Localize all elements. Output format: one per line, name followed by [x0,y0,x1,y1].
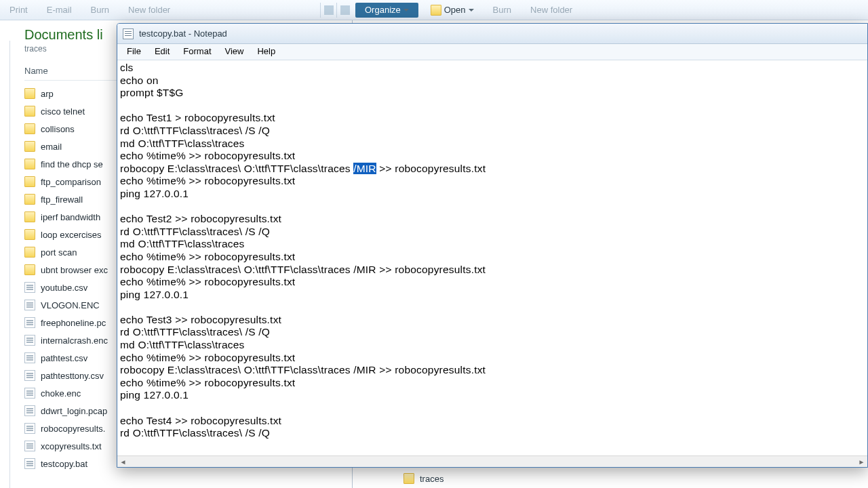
folder-icon [24,194,35,205]
file-name: VLOGON.ENC [41,300,100,310]
folder-icon [24,247,35,258]
file-name: collisons [41,124,75,134]
menu-edit[interactable]: Edit [148,44,176,60]
enc-icon [24,335,35,346]
file-name: ftp_firewall [41,195,83,205]
burn-button-right[interactable]: Burn [484,0,521,20]
view-icon [324,5,334,15]
file-name: loop excercises [41,230,102,240]
new-folder-button[interactable]: New folder [119,0,180,20]
file-name: find the dhcp se [41,159,103,169]
file-name: ddwrt_login.pcap [41,406,107,416]
bat-icon [24,458,35,469]
file-name: youtube.csv [41,283,87,293]
notepad-text-area[interactable]: cls echo on prompt $T$G echo Test1 > rob… [117,60,867,455]
file-name: pathtest.csv [41,353,87,363]
open-button[interactable]: Open [421,0,484,20]
menu-file[interactable]: File [120,44,148,60]
folder-icon [24,159,35,169]
file-name: arp [41,89,54,99]
pcap-icon [24,405,35,416]
folder-icon [24,123,35,134]
file-name: robocopyresults. [41,424,105,434]
right-folder-label: traces [420,474,443,484]
pcap-icon [24,317,35,328]
notepad-title: testcopy.bat - Notepad [139,28,227,39]
folder-icon [24,106,35,117]
notepad-icon [123,28,134,39]
folder-icon [431,5,441,16]
view-mode-dropdown[interactable] [320,3,336,18]
explorer-left-toolbar: Print E-mail Burn New folder [0,0,353,20]
email-button[interactable]: E-mail [37,0,81,20]
right-folder-hint[interactable]: traces [403,469,443,488]
file-name: iperf bandwidth [41,212,100,222]
scroll-right-arrow-icon[interactable]: ► [856,456,867,468]
folder-icon [24,264,35,275]
folder-icon [403,473,414,484]
file-name: cisco telnet [41,106,85,117]
csv-icon [24,282,35,293]
preview-icon [340,5,350,15]
folder-icon [24,88,35,99]
menu-view[interactable]: View [218,44,251,60]
folder-icon [24,176,35,187]
print-button[interactable]: Print [0,0,37,20]
burn-button[interactable]: Burn [81,0,119,20]
notepad-horizontal-scrollbar[interactable]: ◄ ► [117,455,867,467]
organize-button[interactable]: Organize [355,3,418,18]
txt-icon [24,441,35,451]
menu-help[interactable]: Help [250,44,282,60]
enc-icon [24,388,35,399]
chevron-down-icon [403,9,409,12]
folder-icon [24,229,35,240]
notepad-titlebar[interactable]: testcopy.bat - Notepad [117,24,867,44]
enc-icon [24,300,35,310]
scroll-left-arrow-icon[interactable]: ◄ [117,456,129,468]
file-name: choke.enc [41,388,81,399]
new-folder-button-right[interactable]: New folder [521,0,582,20]
explorer-right-toolbar: Organize Open Burn New folder [353,0,868,20]
file-name: email [41,142,62,152]
menu-format[interactable]: Format [176,44,218,60]
file-name: testcopy.bat [41,459,87,469]
csv-icon [24,352,35,363]
folder-icon [24,141,35,152]
file-name: internalcrash.enc [41,336,108,346]
file-name: pathtesttony.csv [41,371,104,381]
txt-icon [24,423,35,434]
file-name: freephoneline.pc [41,318,106,328]
file-name: ubnt browser exc [41,265,108,275]
file-name: port scan [41,247,77,258]
notepad-menubar: File Edit Format View Help [117,44,867,60]
chevron-down-icon [469,9,474,12]
file-name: xcopyresults.txt [41,441,102,451]
folder-icon [24,211,35,222]
preview-pane-toggle[interactable] [336,3,353,18]
notepad-window: testcopy.bat - Notepad File Edit Format … [117,23,868,468]
file-name: ftp_comparison [41,177,101,187]
csv-icon [24,370,35,381]
